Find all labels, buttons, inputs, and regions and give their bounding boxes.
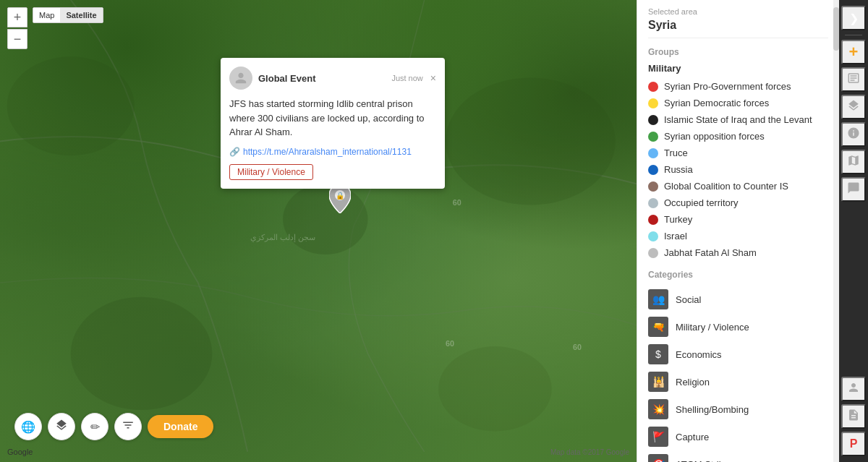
popup-header: Global Event Just now ×: [229, 67, 436, 90]
sidebar-scrollbar[interactable]: [833, 0, 839, 462]
svg-point-3: [446, 78, 616, 205]
map-type-map-button[interactable]: Map: [33, 8, 60, 22]
category-label: Capture: [676, 432, 709, 442]
category-item[interactable]: 🎯ATGM Strike: [648, 450, 828, 462]
map-toolbar: 🌐 ✏ Donate: [14, 413, 213, 440]
legend-item[interactable]: Occupied territory: [648, 194, 828, 211]
svg-text:60: 60: [453, 198, 461, 207]
legend-item[interactable]: Russia: [648, 161, 828, 178]
legend-dot: [648, 132, 658, 142]
legend-item[interactable]: Turkey: [648, 211, 828, 228]
popup-body: JFS has started storming Idlib central p…: [229, 97, 436, 140]
legend-label: Syrian Pro-Government forces: [664, 81, 791, 92]
filter-button[interactable]: [114, 413, 142, 440]
category-label: Shelling/Bombing: [676, 404, 749, 415]
category-icon: 🚩: [648, 427, 668, 447]
layers-bar-button[interactable]: [841, 95, 866, 119]
map-type-satellite-button[interactable]: Satellite: [60, 8, 102, 22]
globe-button[interactable]: 🌐: [14, 413, 42, 440]
legend-label: Jabhat Fatah Al Sham: [664, 247, 757, 258]
legend-label: Israel: [664, 231, 687, 241]
google-attribution: Google: [7, 448, 33, 456]
news-icon: [847, 72, 860, 87]
popup-link[interactable]: 🔗 https://t.me/Ahraralsham_international…: [229, 147, 436, 157]
category-item[interactable]: 💥Shelling/Bombing: [648, 395, 828, 423]
svg-point-2: [438, 346, 551, 431]
legend-item[interactable]: Israel: [648, 228, 828, 244]
legend-label: Islamic State of Iraq and the Levant: [664, 114, 812, 125]
popup-tag[interactable]: Military / Violence: [229, 164, 313, 180]
svg-point-0: [283, 184, 367, 254]
event-popup: Global Event Just now × JFS has started …: [221, 58, 445, 189]
popup-source: Global Event: [258, 73, 315, 84]
legend-label: Russia: [664, 164, 693, 175]
legend-item[interactable]: Jabhat Fatah Al Sham: [648, 244, 828, 261]
chevron-right-icon: ❯: [849, 12, 859, 25]
legend-item[interactable]: Syrian Democratic forces: [648, 95, 828, 111]
brand-icon: P: [850, 437, 858, 450]
news-button[interactable]: [841, 67, 866, 92]
legend-dot: [648, 165, 658, 175]
legend-label: Syrian opposition forces: [664, 131, 765, 142]
legend-item[interactable]: Islamic State of Iraq and the Levant: [648, 111, 828, 128]
category-icon: 🔫: [648, 317, 668, 337]
svg-point-4: [7, 56, 135, 155]
category-item[interactable]: $Economics: [648, 341, 828, 368]
person-icon: [847, 381, 860, 397]
category-item[interactable]: 👥Social: [648, 286, 828, 313]
map-data-attribution: Map data ©2017 Google: [550, 448, 629, 456]
category-icon: 👥: [648, 289, 668, 309]
popup-title: Global Event: [258, 73, 315, 84]
popup-link-text: https://t.me/Ahraralsham_international/1…: [243, 147, 412, 157]
chat-button[interactable]: [841, 177, 866, 202]
military-label: Military: [648, 63, 828, 74]
legend-dot: [648, 215, 658, 225]
icon-bar: ❯ +: [839, 0, 868, 462]
add-button[interactable]: +: [841, 40, 866, 64]
selected-area-value: Syria: [648, 19, 828, 38]
legend-dot: [648, 98, 658, 108]
legend-dot: [648, 248, 658, 258]
map-type-controls: Map Satellite: [33, 7, 103, 23]
selected-area-label: Selected area: [648, 7, 828, 16]
legend-dot: [648, 231, 658, 241]
legend-label: Syrian Democratic forces: [664, 98, 769, 108]
legend-item[interactable]: Global Coalition to Counter IS: [648, 178, 828, 194]
separator: [845, 35, 862, 35]
legend-label: Turkey: [664, 214, 692, 225]
avatar: [229, 67, 252, 90]
legend-item[interactable]: Syrian Pro-Government forces: [648, 78, 828, 95]
category-item[interactable]: 🔫Military / Violence: [648, 313, 828, 341]
legend-dot: [648, 115, 658, 125]
zoom-out-button[interactable]: −: [7, 29, 27, 49]
collapse-button[interactable]: ❯: [841, 6, 866, 30]
legend-item[interactable]: Truce: [648, 145, 828, 161]
brand-button[interactable]: P: [841, 432, 866, 456]
svg-text:🔒: 🔒: [336, 191, 345, 200]
map-bar-button[interactable]: [841, 150, 866, 174]
category-label: Social: [676, 294, 701, 305]
popup-close-button[interactable]: ×: [430, 73, 436, 83]
map-bar-icon: [847, 154, 860, 170]
category-icon: 💥: [648, 399, 668, 419]
scrollbar-thumb: [833, 7, 839, 51]
category-item[interactable]: 🕌Religion: [648, 368, 828, 395]
legend-item[interactable]: Syrian opposition forces: [648, 128, 828, 145]
edit-button[interactable]: ✏: [81, 413, 109, 440]
docs-button[interactable]: [841, 404, 866, 429]
layers-button[interactable]: [48, 413, 75, 440]
sidebar: Selected area Syria Groups Military Syri…: [637, 0, 839, 462]
donate-button[interactable]: Donate: [148, 415, 213, 438]
category-item[interactable]: 🚩Capture: [648, 423, 828, 450]
link-icon: 🔗: [229, 147, 240, 157]
map-container[interactable]: 60 60 60 60 60 سجن إدلب المركزي + − Map …: [0, 0, 637, 462]
legend-label: Occupied territory: [664, 197, 739, 208]
zoom-in-button[interactable]: +: [7, 7, 27, 27]
globe-icon: 🌐: [21, 420, 35, 434]
person-button[interactable]: [841, 377, 866, 401]
info-button[interactable]: [841, 122, 866, 147]
category-label: Military / Violence: [676, 322, 749, 333]
popup-time: Just now: [391, 74, 422, 82]
category-label: ATGM Strike: [676, 459, 728, 463]
layers-bar-icon: [847, 99, 860, 115]
